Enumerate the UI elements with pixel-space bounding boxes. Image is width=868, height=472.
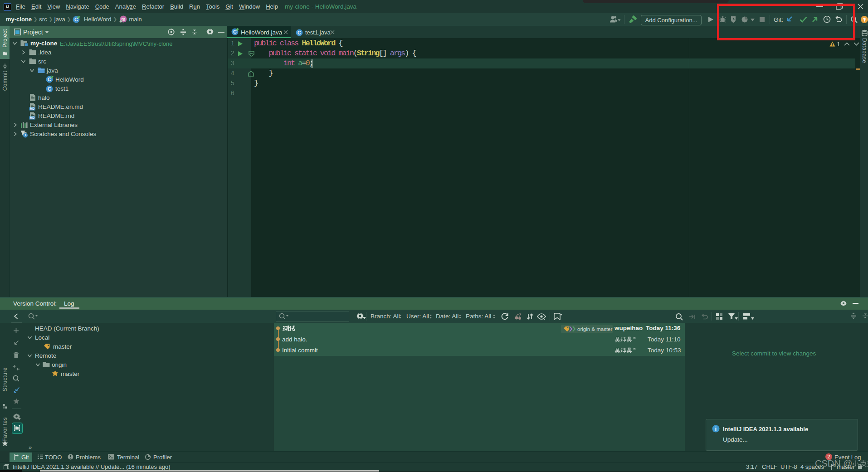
svg-text:C: C xyxy=(297,30,301,35)
svg-text:C: C xyxy=(233,29,237,34)
svg-text:MD: MD xyxy=(30,116,34,119)
svg-text:C: C xyxy=(48,86,51,92)
svg-text:C: C xyxy=(48,77,51,82)
svg-text:MD: MD xyxy=(30,107,34,110)
svg-text:C: C xyxy=(74,17,78,22)
